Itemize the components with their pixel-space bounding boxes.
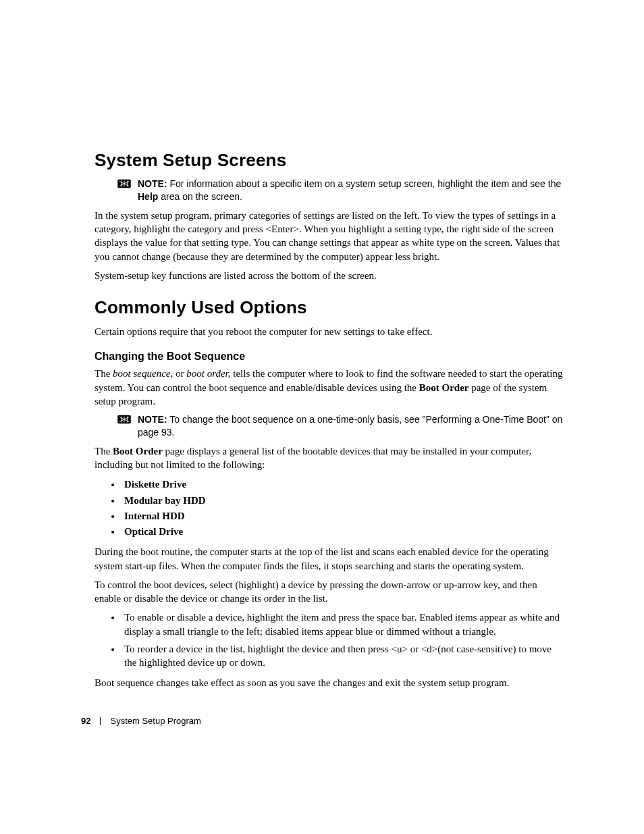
- p4-a: The: [95, 368, 113, 379]
- heading-system-setup-screens: System Setup Screens: [95, 150, 563, 171]
- para-6: During the boot routine, the computer st…: [95, 545, 563, 573]
- instruction-list: To enable or disable a device, highlight…: [95, 610, 563, 669]
- subheading-changing-boot-sequence: Changing the Boot Sequence: [95, 350, 563, 363]
- note-icon: [117, 414, 131, 425]
- note-2-text: NOTE: To change the boot sequence on a o…: [138, 413, 563, 439]
- p4-italic-1: boot sequence,: [113, 368, 173, 379]
- para-3: Certain options require that you reboot …: [95, 325, 563, 338]
- heading-commonly-used-options: Commonly Used Options: [95, 297, 563, 318]
- device-list: Diskette Drive Modular bay HDD Internal …: [95, 477, 563, 540]
- para-8: Boot sequence changes take effect as soo…: [95, 676, 563, 689]
- para-7: To control the boot devices, select (hig…: [95, 578, 563, 606]
- page-footer: 92 System Setup Program: [81, 716, 201, 726]
- note-1: NOTE: For information about a specific i…: [117, 178, 563, 203]
- para-1: In the system setup program, primary cat…: [95, 209, 563, 263]
- p4-b: or: [173, 368, 186, 379]
- para-5: The Boot Order page displays a general l…: [95, 444, 563, 472]
- device-item: Modular bay HDD: [122, 493, 563, 509]
- footer-section-title: System Setup Program: [110, 716, 200, 726]
- device-item: Diskette Drive: [122, 477, 563, 492]
- document-page: System Setup Screens NOTE: For informati…: [0, 0, 644, 834]
- note-label: NOTE:: [138, 414, 167, 425]
- para-4: The boot sequence, or boot order, tells …: [95, 367, 563, 408]
- note-2-body: To change the boot sequence on a one-tim…: [138, 414, 562, 438]
- note-1-body-a: For information about a specific item on…: [167, 178, 562, 189]
- note-icon: [117, 178, 131, 189]
- footer-separator: [100, 717, 101, 725]
- p5-a: The: [95, 446, 113, 457]
- page-number: 92: [81, 716, 90, 726]
- instruction-item: To enable or disable a device, highlight…: [122, 610, 563, 638]
- para-2: System-setup key functions are listed ac…: [95, 269, 563, 282]
- note-1-body-b: area on the screen.: [158, 191, 242, 202]
- note-2: NOTE: To change the boot sequence on a o…: [117, 413, 563, 439]
- note-1-text: NOTE: For information about a specific i…: [138, 178, 563, 203]
- p4-bold: Boot Order: [419, 382, 469, 393]
- note-1-help-word: Help: [138, 191, 158, 202]
- instruction-item: To reorder a device in the list, highlig…: [122, 642, 563, 670]
- p4-italic-2: boot order,: [186, 368, 230, 379]
- p5-bold: Boot Order: [113, 446, 163, 457]
- device-item: Internal HDD: [122, 509, 563, 524]
- device-item: Optical Drive: [122, 524, 563, 540]
- note-label: NOTE:: [138, 178, 167, 189]
